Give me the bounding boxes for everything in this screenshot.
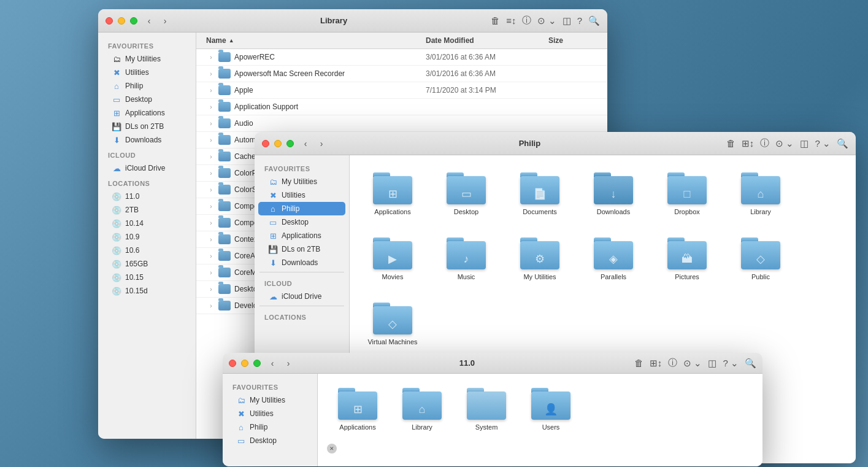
folder-item-documents[interactable]: 📄 Documents bbox=[509, 168, 570, 220]
sidebar-item-downloads[interactable]: ⬇ Downloads bbox=[102, 133, 192, 147]
question-icon[interactable]: ? ⌄ bbox=[815, 138, 831, 149]
folder-item-downloads[interactable]: ↓ Downloads bbox=[583, 168, 644, 220]
search-icon[interactable]: 🔍 bbox=[588, 15, 600, 26]
back-button[interactable]: ‹ bbox=[299, 137, 312, 150]
sidebar-item-1014[interactable]: 💿 10.14 bbox=[102, 217, 192, 230]
sidebar-item-165gb[interactable]: 💿 165GB bbox=[102, 257, 192, 271]
sidebar-item-utilities[interactable]: ✖ Utilities bbox=[226, 407, 313, 420]
search-icon[interactable]: 🔍 bbox=[837, 138, 848, 149]
minimize-button[interactable] bbox=[118, 17, 125, 25]
sidebar-toggle-icon[interactable]: ◫ bbox=[800, 138, 808, 149]
close-small-button[interactable]: ✕ bbox=[327, 444, 337, 453]
forward-button[interactable]: › bbox=[315, 137, 328, 150]
date-column-header[interactable]: Date Modified bbox=[426, 36, 548, 45]
row-expander[interactable]: › bbox=[206, 218, 216, 228]
sidebar-item-utilities[interactable]: ✖ Utilities bbox=[102, 66, 192, 79]
share-icon[interactable]: ⊙ ⌄ bbox=[775, 138, 794, 149]
table-row[interactable]: › ApowerREC 3/01/2016 at 6:36 AM bbox=[196, 49, 607, 66]
trash-icon[interactable]: 🗑 bbox=[491, 15, 500, 26]
sidebar-item-icloud-drive[interactable]: ☁ iCloud Drive bbox=[258, 290, 345, 303]
row-expander[interactable]: › bbox=[206, 168, 216, 178]
row-expander[interactable]: › bbox=[206, 69, 216, 79]
row-expander[interactable]: › bbox=[206, 185, 216, 195]
folder-item-library[interactable]: ⌂ Library bbox=[394, 383, 450, 457]
row-expander[interactable]: › bbox=[206, 152, 216, 161]
sidebar-item-106[interactable]: 💿 10.6 bbox=[102, 244, 192, 257]
table-row[interactable]: › Apowersoft Mac Screen Recorder 3/01/20… bbox=[196, 66, 607, 82]
sidebar-item-icloud-drive[interactable]: ☁ iCloud Drive bbox=[102, 161, 192, 175]
folder-item-system[interactable]: System bbox=[459, 383, 514, 457]
sidebar-item-downloads[interactable]: ⬇ Downloads bbox=[258, 256, 345, 269]
folder-item-movies[interactable]: ▶ Movies bbox=[362, 233, 423, 285]
trash-icon[interactable]: 🗑 bbox=[726, 138, 735, 149]
row-expander[interactable]: › bbox=[206, 301, 216, 311]
folder-item-desktop[interactable]: ▭ Desktop bbox=[436, 168, 497, 220]
row-expander[interactable]: › bbox=[206, 284, 216, 294]
folder-item-users[interactable]: 👤 Users bbox=[523, 383, 578, 457]
forward-button[interactable]: › bbox=[158, 14, 172, 28]
table-row[interactable]: › Application Support bbox=[196, 99, 607, 115]
row-expander[interactable]: › bbox=[206, 102, 216, 112]
sidebar-toggle-icon[interactable]: ◫ bbox=[563, 15, 571, 26]
sidebar-toggle-icon[interactable]: ◫ bbox=[708, 358, 716, 369]
row-expander[interactable]: › bbox=[206, 251, 216, 261]
row-expander[interactable]: › bbox=[206, 85, 216, 95]
forward-button[interactable]: › bbox=[282, 357, 295, 370]
sidebar-item-dls-2tb[interactable]: 💾 DLs on 2TB bbox=[102, 120, 192, 133]
minimize-button[interactable] bbox=[274, 140, 282, 147]
back-button[interactable]: ‹ bbox=[266, 357, 279, 370]
table-row[interactable]: › Audio bbox=[196, 115, 607, 132]
close-button[interactable] bbox=[229, 360, 236, 367]
sidebar-item-my-utilities[interactable]: 🗂 My Utilities bbox=[258, 175, 345, 188]
name-column-header[interactable]: Name ▲ bbox=[206, 36, 426, 45]
sidebar-item-110[interactable]: 💿 11.0 bbox=[102, 190, 192, 203]
minimize-button[interactable] bbox=[241, 360, 248, 367]
sidebar-item-philip[interactable]: ⌂ Philip bbox=[258, 202, 345, 215]
folder-item-pictures[interactable]: 🏔 Pictures bbox=[656, 233, 718, 285]
back-button[interactable]: ‹ bbox=[142, 14, 156, 28]
folder-item-my-utilities[interactable]: ⚙ My Utilities bbox=[509, 233, 570, 285]
table-row[interactable]: › Apple 7/11/2020 at 3:14 PM bbox=[196, 82, 607, 99]
folder-item-music[interactable]: ♪ Music bbox=[436, 233, 497, 285]
folder-item-applications[interactable]: ⊞ Applications bbox=[330, 383, 385, 457]
sidebar-item-dls-2tb[interactable]: 💾 DLs on 2TB bbox=[258, 242, 345, 256]
close-button[interactable] bbox=[106, 17, 113, 25]
info-icon[interactable]: ⓘ bbox=[668, 357, 677, 369]
row-expander[interactable]: › bbox=[206, 234, 216, 244]
list-sort-icon[interactable]: ≡↕ bbox=[506, 15, 516, 26]
row-expander[interactable]: › bbox=[206, 135, 216, 145]
question-icon[interactable]: ? ⌄ bbox=[723, 358, 739, 369]
sidebar-item-philip[interactable]: ⌂ Philip bbox=[226, 420, 313, 434]
question-icon[interactable]: ? bbox=[577, 15, 582, 26]
sidebar-item-desktop[interactable]: ▭ Desktop bbox=[226, 434, 313, 447]
sidebar-item-109[interactable]: 💿 10.9 bbox=[102, 230, 192, 244]
info-icon[interactable]: ⓘ bbox=[522, 15, 531, 26]
share-icon[interactable]: ⊙ ⌄ bbox=[683, 358, 702, 369]
sidebar-item-philip[interactable]: ⌂ Philip bbox=[102, 79, 192, 93]
close-button[interactable] bbox=[262, 140, 269, 147]
sidebar-item-2tb[interactable]: 💿 2TB bbox=[102, 203, 192, 217]
sidebar-item-1015d[interactable]: 💿 10.15d bbox=[102, 284, 192, 298]
sidebar-item-applications[interactable]: ⊞ Applications bbox=[258, 229, 345, 242]
folder-item-library[interactable]: ⌂ Library bbox=[730, 168, 791, 220]
sidebar-item-1015[interactable]: 💿 10.15 bbox=[102, 271, 192, 284]
trash-icon[interactable]: 🗑 bbox=[634, 358, 643, 368]
maximize-button[interactable] bbox=[253, 360, 261, 367]
sidebar-item-my-utilities[interactable]: 🗂 My Utilities bbox=[102, 52, 192, 66]
share-icon[interactable]: ⊙ ⌄ bbox=[537, 15, 556, 26]
grid-sort-icon[interactable]: ⊞↕ bbox=[650, 358, 663, 369]
folder-item-applications[interactable]: ⊞ Applications bbox=[362, 168, 423, 220]
sidebar-item-applications[interactable]: ⊞ Applications bbox=[102, 106, 192, 120]
sidebar-item-utilities[interactable]: ✖ Utilities bbox=[258, 188, 345, 202]
sidebar-item-desktop[interactable]: ▭ Desktop bbox=[258, 215, 345, 229]
maximize-button[interactable] bbox=[286, 140, 294, 147]
grid-sort-icon[interactable]: ⊞↕ bbox=[742, 138, 755, 149]
maximize-button[interactable] bbox=[130, 17, 137, 25]
folder-item-dropbox[interactable]: □ Dropbox bbox=[656, 168, 718, 220]
info-icon[interactable]: ⓘ bbox=[760, 137, 769, 149]
row-expander[interactable]: › bbox=[206, 118, 216, 128]
folder-item-virtual-machines[interactable]: ◇ Virtual Machines bbox=[362, 298, 423, 350]
row-expander[interactable]: › bbox=[206, 52, 216, 62]
folder-item-parallels[interactable]: ◈ Parallels bbox=[583, 233, 644, 285]
sidebar-item-my-utilities[interactable]: 🗂 My Utilities bbox=[226, 393, 313, 407]
